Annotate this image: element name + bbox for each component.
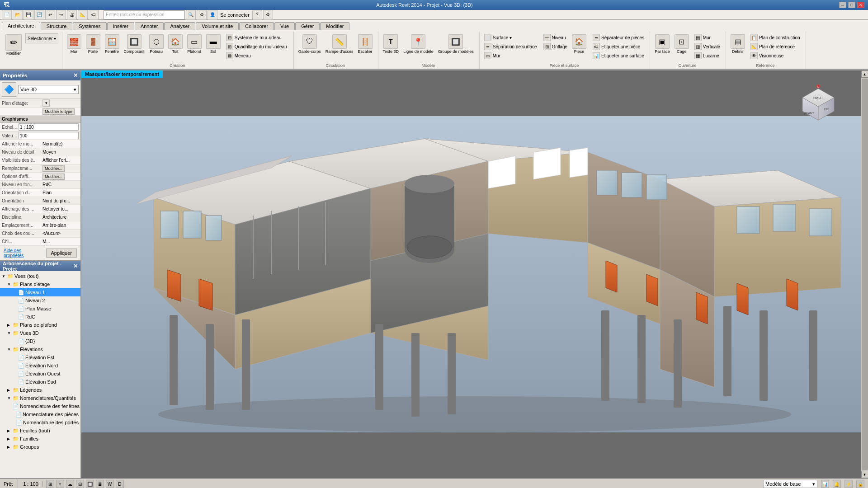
tree-familles[interactable]: ▶ 📁 Familles xyxy=(0,435,80,443)
text3d-button[interactable]: T Texte 3D xyxy=(381,33,401,55)
tree-elev-ouest[interactable]: 📄 Élévation Ouest xyxy=(0,370,80,378)
tree-elev-sud[interactable]: 📄 Élévation Sud xyxy=(0,378,80,386)
viewport[interactable]: Masquer/Isoler temporairement xyxy=(81,70,868,478)
ouv-mur-button[interactable]: ▤ Mur xyxy=(693,33,722,42)
close-button[interactable]: ✕ xyxy=(857,2,864,8)
print-button[interactable]: 🖨 xyxy=(67,10,77,20)
component-button[interactable]: 🔲 Composant xyxy=(122,33,146,55)
open-button[interactable]: 📂 xyxy=(13,10,23,20)
ramp-button[interactable]: 📏 Rampe d'accès xyxy=(324,33,355,55)
worksets-icon[interactable]: W xyxy=(106,480,114,488)
tree-vues-tout[interactable]: ▼ 📁 Vues (tout) xyxy=(0,272,80,280)
stair-button[interactable]: 🪜 Escalier xyxy=(356,33,374,55)
tab-collaborer[interactable]: Collaborer xyxy=(239,22,274,30)
curtain-grid-button[interactable]: ⊞ Quadrillage du mur-rideau xyxy=(224,42,289,51)
cage-button[interactable]: ⊡ Cage xyxy=(673,33,691,55)
settings-button[interactable]: ⚙ xyxy=(263,10,273,20)
tab-volume[interactable]: Volume et site xyxy=(196,22,239,30)
maximize-button[interactable]: □ xyxy=(848,2,855,8)
tree-legendes[interactable]: ▶ 📁 Légendes xyxy=(0,386,80,394)
detail-icon[interactable]: ≣ xyxy=(96,480,104,488)
options-affi-button[interactable]: Modifier... xyxy=(42,174,65,180)
apply-button[interactable]: Appliquer xyxy=(46,249,77,258)
model-group-button[interactable]: 🔲 Groupe de modèles xyxy=(436,33,476,55)
tree-niveau1[interactable]: 📄 Niveau 1 xyxy=(0,288,80,296)
tree-elev-est[interactable]: 📄 Élévation Est xyxy=(0,353,80,361)
search-box[interactable]: Entrez mot-clé ou expression xyxy=(104,10,185,19)
sync-button[interactable]: 🔄 xyxy=(34,10,44,20)
valeur-echelle-input[interactable] xyxy=(19,132,79,139)
ceiling-button[interactable]: ▭ Plafond xyxy=(185,33,203,55)
tab-modifier[interactable]: Modifier xyxy=(320,22,349,30)
help-button[interactable]: ? xyxy=(252,10,262,20)
properties-close[interactable]: ✕ xyxy=(73,72,78,79)
floor-button[interactable]: ▬ Sol xyxy=(204,33,222,55)
definir-button[interactable]: ▤ Définir xyxy=(729,33,747,55)
save-button[interactable]: 💾 xyxy=(24,10,33,20)
tree-elev-nord[interactable]: 📄 Élévation Nord xyxy=(0,361,80,370)
remplaceme-button[interactable]: Modifier... xyxy=(42,165,65,172)
tab-vue[interactable]: Vue xyxy=(274,22,295,30)
status-right-btn4[interactable]: 🔒 xyxy=(856,480,864,488)
tab-architecture[interactable]: Architecture xyxy=(2,22,40,30)
visionneuse-button[interactable]: 👁 Visionneuse xyxy=(749,52,802,60)
column-button[interactable]: ⬡ Poteau xyxy=(147,33,165,55)
tab-systemes[interactable]: Systèmes xyxy=(73,22,106,30)
undo-button[interactable]: ↩ xyxy=(45,10,55,20)
tree-nomenclatures[interactable]: ▼ 📁 Nomenclatures/Quantités xyxy=(0,394,80,402)
tree-groupes[interactable]: ▶ 📁 Groupes xyxy=(0,443,80,451)
door-button[interactable]: 🚪 Porte xyxy=(84,33,102,55)
tree-vues3d[interactable]: ▼ 📁 Vues 3D xyxy=(0,329,80,337)
tree-feuilles[interactable]: ▶ 📁 Feuilles (tout) xyxy=(0,427,80,435)
tree-nom-portes[interactable]: 📄 Nomenclature des portes xyxy=(0,418,80,427)
viewport-scrollbar-right[interactable]: ▲ ▼ xyxy=(861,70,868,478)
roof-button[interactable]: 🏠 Toit xyxy=(166,33,184,55)
model-type-dropdown[interactable]: Modèle de base ▾ xyxy=(763,480,817,488)
grille-button[interactable]: ⊞ Grillage xyxy=(542,42,569,51)
tree-rdc[interactable]: 📄 RdC xyxy=(0,313,80,321)
tab-structure[interactable]: Structure xyxy=(41,22,73,30)
modifier-type-button[interactable]: Modifier le type xyxy=(42,108,75,115)
tag-button[interactable]: 🏷 xyxy=(89,10,99,20)
tree-plafond[interactable]: ▶ 📁 Plans de plafond xyxy=(0,321,80,329)
surface-sep2-button[interactable]: ▭ Mur xyxy=(482,52,539,60)
window-button[interactable]: 🪟 Fenêtre xyxy=(103,33,121,55)
mullion-button[interactable]: ⊠ Meneau xyxy=(224,52,289,60)
scroll-up-btn[interactable]: ▲ xyxy=(861,70,868,78)
tree-plan-masse[interactable]: 📄 Plan Masse xyxy=(0,305,80,313)
connect-label[interactable]: Se connecter xyxy=(218,12,251,18)
status-right-btn1[interactable]: 📊 xyxy=(821,480,829,488)
thin-lines-icon[interactable]: ≡ xyxy=(56,480,64,488)
search-button[interactable]: 🔍 xyxy=(186,10,196,20)
status-right-btn2[interactable]: 🔔 xyxy=(833,480,841,488)
plan-construction-button[interactable]: 📋 Plan de construction xyxy=(749,33,802,42)
new-button[interactable]: 📄 xyxy=(2,10,12,20)
tab-gerer[interactable]: Gérer xyxy=(295,22,320,30)
surface-sep-button[interactable]: ━ Séparation de surface xyxy=(482,42,539,51)
ouv-verticale-button[interactable]: ▥ Verticale xyxy=(693,42,722,51)
tab-analyser[interactable]: Analyser xyxy=(164,22,195,30)
plan-dropdown-btn[interactable]: ▾ xyxy=(42,99,50,107)
modify-button[interactable]: ✏ Modifier xyxy=(4,33,24,57)
tree-niveau2[interactable]: 📄 Niveau 2 xyxy=(0,296,80,305)
browser-close[interactable]: ✕ xyxy=(73,263,78,269)
design-icon[interactable]: D xyxy=(116,480,124,488)
type-dropdown[interactable]: Vue 3D ▾ xyxy=(18,85,79,94)
select-dropdown[interactable]: Sélectionner ▾ xyxy=(25,33,58,43)
minimize-button[interactable]: ─ xyxy=(839,2,846,8)
echelle-input[interactable] xyxy=(19,123,79,131)
surface-button[interactable]: ⬜ Surface ▾ xyxy=(482,33,539,42)
par-face-button[interactable]: ▣ Par face xyxy=(653,33,672,55)
room-button[interactable]: 🏠 Pièce xyxy=(570,33,588,55)
tree-nom-pieces[interactable]: 📄 Nomenclature des pièces xyxy=(0,410,80,418)
render-icon[interactable]: 🔲 xyxy=(86,480,94,488)
ouv-lucarne-button[interactable]: ▦ Lucarne xyxy=(693,52,722,60)
tag-surface-button[interactable]: 📊 Etiqueter une surface xyxy=(591,52,646,60)
tag-room-button[interactable]: 🏷 Etiqueter une pièce xyxy=(591,42,646,51)
tree-plans-etage[interactable]: ▼ 📁 Plans d'étage xyxy=(0,280,80,288)
wall-button[interactable]: 🧱 Mur xyxy=(65,33,83,55)
tree-nom-fenetres[interactable]: 📄 Nomenclature des fenêtres xyxy=(0,402,80,410)
tree-3d[interactable]: 📄 {3D} xyxy=(0,337,80,345)
status-right-btn3[interactable]: ⚡ xyxy=(844,480,853,488)
niveau-button[interactable]: 〰 Niveau xyxy=(542,33,569,42)
